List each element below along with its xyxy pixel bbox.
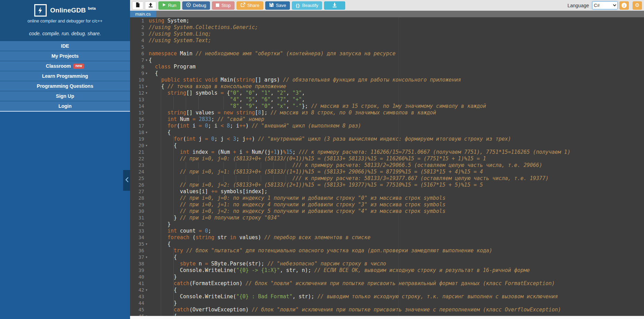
sidebar-item-sign-up[interactable]: Sign Up: [0, 91, 130, 101]
info-button[interactable]: i: [619, 1, 629, 10]
fold-arrow-icon[interactable]: ▾: [144, 83, 149, 90]
line-number: 4: [141, 37, 144, 44]
code-content: try // блок "пытаться" для потенциально …: [149, 247, 644, 254]
code-content: // при i=0, j=0: (58133+0+ (58133/(0+1))…: [149, 156, 644, 162]
run-button[interactable]: Run: [158, 1, 180, 10]
code-content: namespace Main // необходимое имя "оберт…: [149, 50, 644, 57]
line-number-gutter: 32: [130, 221, 149, 228]
open-file-button[interactable]: [145, 1, 156, 10]
line-number: 23: [138, 162, 144, 169]
code-line: 37▾ {: [130, 254, 644, 261]
sidebar-empty-area: [0, 111, 130, 319]
code-line: 19 for(int j = 0; j < 3; j++) // "внутре…: [130, 136, 644, 142]
code-content: "4", "5", "6", "7", "+",: [149, 96, 644, 103]
line-number-gutter: 31: [130, 215, 149, 221]
line-number: 16: [138, 116, 144, 123]
fold-arrow-icon[interactable]: ▾: [144, 90, 149, 96]
sidebar-item-classroom[interactable]: Classroomnew: [0, 61, 130, 71]
sidebar-item-learn-programming[interactable]: Learn Programming: [0, 71, 130, 81]
line-number: 35: [138, 241, 144, 247]
code-line: 17 for(int i = 0; i < 8; i++) // "внешни…: [130, 123, 644, 129]
fold-arrow-icon[interactable]: ▾: [144, 241, 149, 247]
code-content: Console.WriteLine("{0} : Bad Format", st…: [149, 293, 644, 300]
fold-arrow-icon[interactable]: ▾: [144, 57, 149, 64]
line-number: 31: [138, 215, 144, 221]
line-number-gutter: 16: [130, 116, 149, 123]
code-content: public static void Main(string[] args) /…: [149, 77, 644, 83]
code-line: 39 Console.WriteLine("{0} -> {1:X}", str…: [130, 267, 644, 274]
code-line: 13 "4", "5", "6", "7", "+",: [130, 96, 644, 103]
code-line: 36 try // блок "пытаться" для потенциаль…: [130, 247, 644, 254]
fold-arrow-icon[interactable]: ▾: [144, 287, 149, 293]
fold-arrow-icon[interactable]: ▾: [144, 254, 149, 261]
code-line: 29 // при i=0, j=1: по индексу 4 получил…: [130, 201, 644, 208]
line-number: 12: [138, 90, 144, 96]
code-content: }: [149, 274, 644, 280]
line-number: 26: [138, 182, 144, 188]
sidebar-item-ide[interactable]: IDE: [0, 41, 130, 51]
debug-label: Debug: [193, 3, 206, 8]
beautify-button[interactable]: {} Beautify: [292, 1, 322, 10]
code-line: 34 foreach (string str in values) // пер…: [130, 234, 644, 241]
play-icon: [162, 3, 166, 8]
code-editor[interactable]: 1using System;2//using System.Collection…: [130, 17, 644, 319]
sidebar-item-label: IDE: [61, 43, 69, 49]
new-file-button[interactable]: [132, 1, 143, 10]
code-content: }: [149, 300, 644, 307]
sidebar-item-login[interactable]: Login: [0, 101, 130, 111]
code-content: // при i=0, j=0: по индексу 1 получили и…: [149, 195, 644, 201]
new-badge: new: [73, 64, 84, 69]
tab-bar: main.cs: [130, 11, 644, 17]
debug-button[interactable]: Debug: [182, 1, 210, 10]
code-line: 45 catch(OverflowException) // блок "лов…: [130, 307, 644, 313]
sidebar-collapse-handle[interactable]: [123, 170, 130, 191]
line-number: 19: [138, 136, 144, 142]
line-number-gutter: 18▾: [130, 129, 149, 136]
code-content: {: [149, 57, 644, 64]
line-number: 15: [138, 110, 144, 116]
line-number-gutter: 25: [130, 175, 149, 182]
line-number-gutter: 4: [130, 37, 149, 44]
code-content: class Program: [149, 64, 644, 70]
code-content: //using System.Text;: [149, 37, 644, 44]
code-line: 38 sbyte n = SByte.Parse(str); // "небез…: [130, 261, 644, 267]
language-select[interactable]: C#: [592, 1, 618, 9]
code-content: {: [149, 254, 644, 261]
share-label: Share: [247, 3, 259, 8]
line-number: 21: [138, 149, 144, 156]
sidebar-item-my-projects[interactable]: My Projects: [0, 51, 130, 61]
line-number: 38: [138, 261, 144, 267]
code-content: [149, 44, 644, 50]
fold-arrow-icon[interactable]: ▾: [144, 142, 149, 149]
tab-main-cs[interactable]: main.cs: [130, 11, 156, 17]
code-content: // при i=0, j=1: (58133+0+ (58133/(1+1))…: [149, 169, 644, 175]
code-content: // при i=0, j=2: по индексу 5 получили и…: [149, 208, 644, 215]
chevron-left-icon: [125, 177, 129, 184]
logo[interactable]: OnlineGDB beta: [0, 3, 130, 18]
line-number: 5: [141, 44, 144, 50]
line-number-gutter: 23: [130, 162, 149, 169]
download-button[interactable]: [324, 1, 345, 10]
fold-arrow-icon[interactable]: ▾: [144, 129, 149, 136]
stop-button[interactable]: Stop: [212, 1, 234, 10]
horizontal-scrollbar[interactable]: [130, 316, 644, 319]
logo-tagline: online compiler and debugger for c/c++: [0, 18, 130, 27]
code-content: //using System.Collections.Generic;: [149, 24, 644, 31]
save-button[interactable]: Save: [265, 1, 290, 10]
code-content: string[] symbols = {"0", "0", "1", "2", …: [149, 90, 644, 96]
stop-label: Stop: [221, 3, 231, 8]
code-line: 9▾ {: [130, 70, 644, 77]
line-number-gutter: 38: [130, 261, 149, 267]
code-line: 14 "8", "9", "0", "x", "-"}; // массив и…: [130, 103, 644, 110]
fold-arrow-icon[interactable]: ▾: [144, 70, 149, 77]
sidebar-item-label: My Projects: [52, 53, 79, 59]
share-button[interactable]: Share: [237, 1, 263, 10]
line-number: 1: [141, 18, 144, 24]
line-number-gutter: 29: [130, 201, 149, 208]
line-number: 18: [138, 129, 144, 136]
line-number: 20: [138, 142, 144, 149]
lightning-bolt-icon: [34, 4, 47, 17]
code-lines: 1using System;2//using System.Collection…: [130, 17, 644, 319]
sidebar-item-programming-questions[interactable]: Programming Questions: [0, 81, 130, 91]
settings-button[interactable]: ⚙: [633, 1, 642, 10]
